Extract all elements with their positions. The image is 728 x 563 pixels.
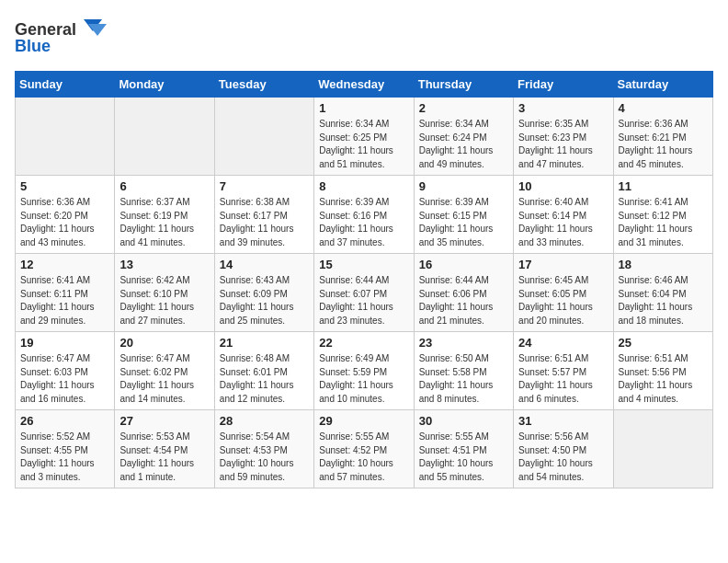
calendar-cell: 4Sunrise: 6:36 AM Sunset: 6:21 PM Daylig… xyxy=(613,98,712,176)
day-number: 6 xyxy=(119,179,209,193)
day-number: 24 xyxy=(518,336,608,350)
calendar-cell: 3Sunrise: 6:35 AM Sunset: 6:23 PM Daylig… xyxy=(514,98,613,176)
day-info: Sunrise: 5:52 AM Sunset: 4:55 PM Dayligh… xyxy=(20,431,109,484)
calendar-cell: 5Sunrise: 6:36 AM Sunset: 6:20 PM Daylig… xyxy=(16,176,115,254)
calendar-cell xyxy=(16,98,115,176)
day-info: Sunrise: 6:39 AM Sunset: 6:15 PM Dayligh… xyxy=(419,196,508,249)
day-number: 11 xyxy=(619,179,708,193)
day-number: 27 xyxy=(119,414,209,428)
day-info: Sunrise: 6:44 AM Sunset: 6:06 PM Dayligh… xyxy=(419,274,508,327)
calendar-week-3: 12Sunrise: 6:41 AM Sunset: 6:11 PM Dayli… xyxy=(16,254,713,332)
calendar-header-row: SundayMondayTuesdayWednesdayThursdayFrid… xyxy=(16,72,713,98)
calendar-cell: 27Sunrise: 5:53 AM Sunset: 4:54 PM Dayli… xyxy=(115,410,214,488)
day-info: Sunrise: 6:39 AM Sunset: 6:16 PM Dayligh… xyxy=(319,196,408,249)
calendar-cell xyxy=(214,98,313,176)
calendar-cell: 6Sunrise: 6:37 AM Sunset: 6:19 PM Daylig… xyxy=(115,176,214,254)
day-number: 21 xyxy=(220,336,309,350)
calendar-cell: 25Sunrise: 6:51 AM Sunset: 5:56 PM Dayli… xyxy=(613,332,712,410)
day-info: Sunrise: 6:43 AM Sunset: 6:09 PM Dayligh… xyxy=(220,274,309,327)
calendar-week-2: 5Sunrise: 6:36 AM Sunset: 6:20 PM Daylig… xyxy=(16,176,713,254)
svg-text:General: General xyxy=(15,20,76,39)
day-info: Sunrise: 6:45 AM Sunset: 6:05 PM Dayligh… xyxy=(518,274,608,327)
day-header-wednesday: Wednesday xyxy=(314,72,414,98)
day-number: 9 xyxy=(419,179,508,193)
day-header-friday: Friday xyxy=(514,72,613,98)
day-number: 15 xyxy=(319,258,408,271)
day-number: 19 xyxy=(20,336,109,350)
calendar-cell: 26Sunrise: 5:52 AM Sunset: 4:55 PM Dayli… xyxy=(16,410,115,488)
calendar-table: SundayMondayTuesdayWednesdayThursdayFrid… xyxy=(15,71,713,488)
day-number: 2 xyxy=(419,101,508,115)
day-number: 4 xyxy=(619,101,708,115)
day-number: 28 xyxy=(220,414,309,428)
day-header-monday: Monday xyxy=(115,72,214,98)
day-info: Sunrise: 6:49 AM Sunset: 5:59 PM Dayligh… xyxy=(319,352,408,406)
calendar-cell: 21Sunrise: 6:48 AM Sunset: 6:01 PM Dayli… xyxy=(214,332,313,410)
day-info: Sunrise: 5:54 AM Sunset: 4:53 PM Dayligh… xyxy=(220,431,309,484)
day-info: Sunrise: 5:53 AM Sunset: 4:54 PM Dayligh… xyxy=(119,431,209,484)
day-number: 26 xyxy=(20,414,109,428)
day-info: Sunrise: 6:51 AM Sunset: 5:57 PM Dayligh… xyxy=(518,352,608,406)
day-number: 18 xyxy=(619,258,708,271)
day-info: Sunrise: 6:44 AM Sunset: 6:07 PM Dayligh… xyxy=(319,274,408,327)
day-header-tuesday: Tuesday xyxy=(214,72,313,98)
calendar-cell: 20Sunrise: 6:47 AM Sunset: 6:02 PM Dayli… xyxy=(115,332,214,410)
day-number: 30 xyxy=(419,414,508,428)
calendar-cell: 15Sunrise: 6:44 AM Sunset: 6:07 PM Dayli… xyxy=(314,254,414,332)
day-number: 17 xyxy=(518,258,608,271)
day-number: 8 xyxy=(319,179,408,193)
day-info: Sunrise: 6:34 AM Sunset: 6:25 PM Dayligh… xyxy=(319,118,408,171)
day-info: Sunrise: 6:37 AM Sunset: 6:19 PM Dayligh… xyxy=(119,196,209,249)
day-info: Sunrise: 6:41 AM Sunset: 6:12 PM Dayligh… xyxy=(619,196,708,249)
calendar-cell: 23Sunrise: 6:50 AM Sunset: 5:58 PM Dayli… xyxy=(414,332,513,410)
day-info: Sunrise: 6:34 AM Sunset: 6:24 PM Dayligh… xyxy=(419,118,508,171)
day-number: 1 xyxy=(319,101,408,115)
day-info: Sunrise: 6:36 AM Sunset: 6:20 PM Dayligh… xyxy=(20,196,109,249)
day-info: Sunrise: 6:50 AM Sunset: 5:58 PM Dayligh… xyxy=(419,352,508,406)
day-info: Sunrise: 5:56 AM Sunset: 4:50 PM Dayligh… xyxy=(518,431,608,484)
day-info: Sunrise: 6:47 AM Sunset: 6:02 PM Dayligh… xyxy=(119,352,209,406)
logo: General Blue xyxy=(15,15,116,60)
day-info: Sunrise: 6:38 AM Sunset: 6:17 PM Dayligh… xyxy=(220,196,309,249)
day-info: Sunrise: 6:51 AM Sunset: 5:56 PM Dayligh… xyxy=(619,352,708,406)
day-header-sunday: Sunday xyxy=(16,72,115,98)
calendar-cell: 22Sunrise: 6:49 AM Sunset: 5:59 PM Dayli… xyxy=(314,332,414,410)
day-info: Sunrise: 5:55 AM Sunset: 4:52 PM Dayligh… xyxy=(319,431,408,484)
day-number: 14 xyxy=(220,258,309,271)
calendar-cell: 31Sunrise: 5:56 AM Sunset: 4:50 PM Dayli… xyxy=(514,410,613,488)
day-number: 25 xyxy=(619,336,708,350)
day-number: 7 xyxy=(220,179,309,193)
day-number: 12 xyxy=(20,258,109,271)
calendar-cell: 11Sunrise: 6:41 AM Sunset: 6:12 PM Dayli… xyxy=(613,176,712,254)
svg-marker-2 xyxy=(88,24,107,36)
calendar-week-4: 19Sunrise: 6:47 AM Sunset: 6:03 PM Dayli… xyxy=(16,332,713,410)
day-number: 23 xyxy=(419,336,508,350)
calendar-cell: 14Sunrise: 6:43 AM Sunset: 6:09 PM Dayli… xyxy=(214,254,313,332)
page-header: General Blue xyxy=(15,15,713,60)
day-info: Sunrise: 6:41 AM Sunset: 6:11 PM Dayligh… xyxy=(20,274,109,327)
day-number: 5 xyxy=(20,179,109,193)
day-number: 20 xyxy=(119,336,209,350)
calendar-cell: 9Sunrise: 6:39 AM Sunset: 6:15 PM Daylig… xyxy=(414,176,513,254)
day-info: Sunrise: 6:40 AM Sunset: 6:14 PM Dayligh… xyxy=(518,196,608,249)
calendar-cell: 7Sunrise: 6:38 AM Sunset: 6:17 PM Daylig… xyxy=(214,176,313,254)
calendar-cell: 12Sunrise: 6:41 AM Sunset: 6:11 PM Dayli… xyxy=(16,254,115,332)
calendar-cell: 16Sunrise: 6:44 AM Sunset: 6:06 PM Dayli… xyxy=(414,254,513,332)
calendar-cell xyxy=(115,98,214,176)
calendar-cell: 17Sunrise: 6:45 AM Sunset: 6:05 PM Dayli… xyxy=(514,254,613,332)
day-number: 22 xyxy=(319,336,408,350)
day-info: Sunrise: 5:55 AM Sunset: 4:51 PM Dayligh… xyxy=(419,431,508,484)
calendar-cell: 8Sunrise: 6:39 AM Sunset: 6:16 PM Daylig… xyxy=(314,176,414,254)
calendar-cell: 13Sunrise: 6:42 AM Sunset: 6:10 PM Dayli… xyxy=(115,254,214,332)
day-number: 31 xyxy=(518,414,608,428)
day-info: Sunrise: 6:47 AM Sunset: 6:03 PM Dayligh… xyxy=(20,352,109,406)
day-number: 29 xyxy=(319,414,408,428)
day-info: Sunrise: 6:48 AM Sunset: 6:01 PM Dayligh… xyxy=(220,352,309,406)
day-number: 10 xyxy=(518,179,608,193)
day-header-saturday: Saturday xyxy=(613,72,712,98)
calendar-week-5: 26Sunrise: 5:52 AM Sunset: 4:55 PM Dayli… xyxy=(16,410,713,488)
calendar-cell: 18Sunrise: 6:46 AM Sunset: 6:04 PM Dayli… xyxy=(613,254,712,332)
day-info: Sunrise: 6:42 AM Sunset: 6:10 PM Dayligh… xyxy=(119,274,209,327)
calendar-cell: 29Sunrise: 5:55 AM Sunset: 4:52 PM Dayli… xyxy=(314,410,414,488)
day-number: 13 xyxy=(119,258,209,271)
